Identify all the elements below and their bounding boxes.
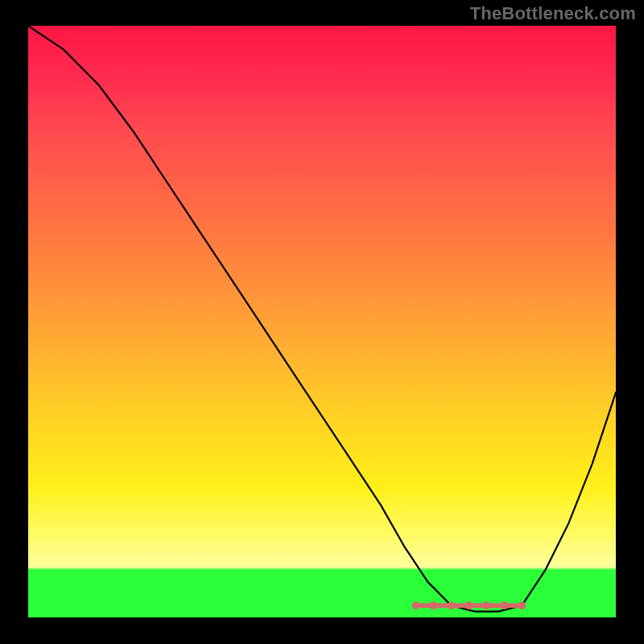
optimal-marker-dot bbox=[465, 601, 473, 609]
optimal-marker-dot bbox=[518, 601, 526, 609]
bottleneck-curve-line bbox=[28, 26, 616, 612]
optimal-marker-dot bbox=[430, 601, 438, 609]
optimal-marker-dot bbox=[482, 601, 490, 609]
chart-frame: TheBottleneck.com bbox=[0, 0, 644, 644]
optimal-marker-dot bbox=[412, 601, 420, 609]
watermark-text: TheBottleneck.com bbox=[470, 3, 636, 24]
optimal-marker-dot bbox=[500, 601, 508, 609]
optimal-marker-dot bbox=[448, 601, 456, 609]
bottleneck-curve-svg bbox=[28, 26, 616, 617]
